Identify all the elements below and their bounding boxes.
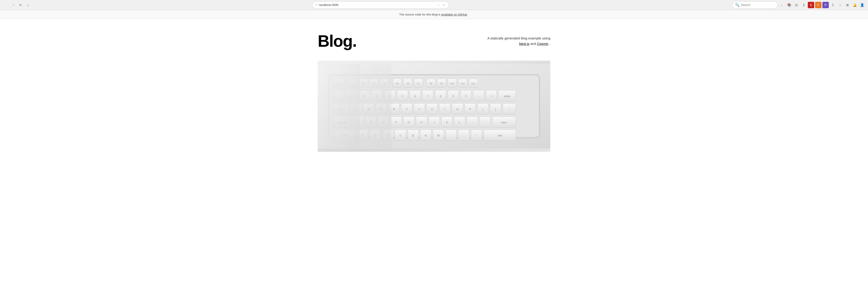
svg-text:Y: Y — [418, 107, 421, 111]
more-options-icon: ··· — [437, 3, 440, 7]
grid-button[interactable]: ⊞ — [844, 2, 851, 8]
blog-header: Blog. A statically generated blog exampl… — [318, 33, 550, 49]
svg-text:K: K — [446, 121, 448, 124]
address-bar-actions: ··· ☆ — [436, 3, 446, 7]
info-button[interactable]: ℹ — [801, 2, 807, 8]
description-text-middle: and — [530, 42, 537, 45]
profile-button[interactable]: 👤 — [859, 2, 865, 8]
svg-text:F6: F6 — [407, 83, 409, 85]
svg-text:7: 7 — [427, 95, 429, 98]
bookmark-button[interactable]: ☆ — [441, 3, 446, 7]
svg-text:L: L — [459, 121, 461, 124]
more-options-button[interactable]: ··· — [436, 3, 441, 7]
svg-text:-: - — [478, 95, 479, 98]
info-icon: ℹ — [803, 3, 804, 7]
svg-text:F8: F8 — [430, 83, 432, 85]
search-bar[interactable]: 🔍 — [732, 1, 778, 9]
sync-icon: ⊡ — [795, 3, 798, 7]
browser-chrome: ← → ↻ ⌂ 🛡 ··· ☆ 🔍 ↓ — [0, 0, 868, 10]
svg-text:]: ] — [495, 107, 496, 111]
description-text-before: A statically generated blog example usin… — [487, 36, 550, 40]
svg-text:,: , — [451, 134, 452, 137]
notification-banner: The source code for this blog is availab… — [0, 10, 868, 19]
svg-text:F: F — [395, 121, 397, 124]
keyboard-visual: esc F1 F2 F3 F4 F5 F6 F7 F8 F9 — [318, 61, 550, 152]
blog-description: A statically generated blog example usin… — [477, 36, 550, 46]
addon3-icon: P — [825, 3, 827, 7]
bookmark-icon: ☆ — [442, 3, 445, 7]
svg-text:B: B — [412, 134, 414, 137]
url-input[interactable] — [319, 3, 436, 7]
banner-text-before: The source code for this blog is — [399, 13, 441, 16]
home-icon: ⌂ — [27, 3, 29, 7]
svg-text:F7: F7 — [417, 83, 420, 85]
svg-text:J: J — [434, 121, 435, 124]
svg-text:F11: F11 — [461, 83, 465, 85]
addon2-icon: F — [817, 3, 819, 7]
addon1-icon: S — [810, 3, 812, 7]
svg-text:H: H — [421, 121, 423, 124]
svg-text:R: R — [393, 107, 395, 111]
addon2-button[interactable]: F — [815, 2, 822, 8]
page-content: Blog. A statically generated blog exampl… — [309, 19, 559, 152]
svg-text:T: T — [406, 107, 407, 111]
forward-button[interactable]: → — [10, 2, 17, 8]
download-button[interactable]: ↓ — [779, 2, 785, 8]
svg-text:N: N — [425, 134, 427, 137]
reload-icon: ↻ — [19, 3, 22, 7]
notification-button[interactable]: 🔔 — [851, 2, 858, 8]
svg-text:;: ; — [472, 121, 473, 124]
svg-text:5: 5 — [402, 95, 403, 98]
svg-text:F5: F5 — [396, 83, 398, 85]
svg-text:V: V — [399, 134, 401, 137]
sync-button[interactable]: ⊡ — [793, 2, 800, 8]
svg-text:P: P — [469, 107, 471, 111]
svg-text:0: 0 — [465, 95, 467, 98]
svg-text:shift: shift — [498, 134, 502, 137]
reload-button[interactable]: ↻ — [17, 2, 24, 8]
description-text-after: . — [549, 42, 550, 45]
svg-text:/: / — [476, 134, 477, 137]
reader-icon: Ξ — [832, 3, 834, 7]
notification-icon: 🔔 — [853, 3, 857, 7]
svg-text:8: 8 — [440, 95, 441, 98]
home-button[interactable]: ⌂ — [25, 2, 31, 8]
forward-icon: → — [12, 3, 15, 7]
cosmic-link[interactable]: Cosmic — [537, 42, 549, 45]
svg-text:delete: delete — [504, 95, 510, 98]
library-icon: 📚 — [787, 3, 791, 7]
keyboard-svg: esc F1 F2 F3 F4 F5 F6 F7 F8 F9 — [318, 61, 550, 152]
svg-text:return: return — [501, 121, 507, 124]
grid-icon: ⊞ — [846, 3, 849, 7]
svg-rect-136 — [318, 64, 360, 149]
hero-image: esc F1 F2 F3 F4 F5 F6 F7 F8 F9 — [318, 61, 550, 152]
search-input[interactable] — [741, 3, 775, 7]
pocket-icon: ○ — [839, 3, 841, 7]
back-icon: ← — [4, 3, 7, 7]
svg-text:': ' — [485, 121, 485, 124]
blog-title: Blog. — [318, 33, 356, 49]
addon1-button[interactable]: S — [808, 2, 814, 8]
svg-text:M: M — [437, 134, 440, 137]
search-icon: 🔍 — [735, 3, 740, 7]
nav-buttons: ← → ↻ ⌂ — [3, 2, 31, 8]
download-icon: ↓ — [781, 3, 783, 7]
address-bar[interactable]: 🛡 ··· ☆ — [312, 1, 449, 9]
svg-text:U: U — [431, 107, 433, 111]
svg-text:=: = — [491, 95, 492, 98]
back-button[interactable]: ← — [3, 2, 9, 8]
banner-text-after: . — [468, 13, 469, 16]
pocket-button[interactable]: ○ — [837, 2, 843, 8]
svg-text:F9: F9 — [440, 83, 443, 85]
reader-button[interactable]: Ξ — [830, 2, 836, 8]
svg-text:6: 6 — [414, 95, 416, 98]
svg-text:\: \ — [509, 107, 510, 111]
github-link[interactable]: available on GitHub — [441, 13, 467, 16]
svg-text:F12: F12 — [471, 83, 475, 85]
svg-text:.: . — [463, 134, 464, 137]
svg-text:G: G — [408, 121, 410, 124]
addon3-button[interactable]: P — [823, 2, 829, 8]
library-button[interactable]: 📚 — [786, 2, 792, 8]
nextjs-link[interactable]: Next.js — [519, 42, 529, 45]
svg-text:I: I — [444, 107, 445, 111]
